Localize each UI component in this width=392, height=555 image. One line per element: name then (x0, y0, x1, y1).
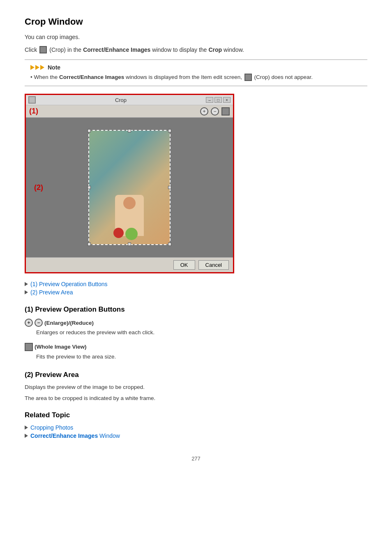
nav-link-item-1: (1) Preview Operation Buttons (25, 281, 367, 287)
section2-title: (2) Preview Area (25, 371, 367, 379)
arrow-icon-1 (25, 282, 28, 286)
crop-window: Crop – □ × (1) + − (2) (25, 94, 234, 273)
photo-preview (89, 131, 170, 244)
crop-window-title: Crop (36, 97, 206, 103)
crop-toolbar: (1) + − (26, 105, 233, 118)
preview-area-desc2: The area to be cropped is indicated by a… (25, 395, 367, 401)
label-2: (2) (34, 183, 43, 192)
handle-middle-left[interactable] (88, 186, 91, 189)
cancel-button[interactable]: Cancel (198, 260, 229, 270)
reduce-icon: − (35, 319, 43, 327)
handle-bottom-left[interactable] (88, 243, 91, 246)
cropping-photos-link[interactable]: Cropping Photos (30, 424, 73, 431)
enlarge-icon: + (25, 319, 33, 327)
close-button[interactable]: × (223, 97, 231, 103)
photo-green-fruit (125, 228, 138, 240)
click-line: Click (Crop) in the Correct/Enhance Imag… (25, 46, 367, 53)
click-suffix1: window to display the (152, 46, 207, 53)
crop-preview-area: (2) (26, 118, 233, 257)
window-buttons: – □ × (206, 97, 231, 103)
nav-links: (1) Preview Operation Buttons (2) Previe… (25, 281, 367, 296)
whole-image-label: (Whole Image View) (35, 344, 87, 350)
toolbar-icons: + − (200, 107, 230, 116)
page-number: 277 (25, 456, 367, 462)
related-link-2: Correct/Enhance Images Window (25, 432, 367, 439)
whole-image-row: (Whole Image View) (25, 343, 367, 351)
whole-image-button[interactable] (221, 107, 230, 116)
preview-area-desc1: Displays the preview of the image to be … (25, 384, 367, 390)
click-middle: (Crop) in the (49, 46, 81, 53)
handle-bottom-right[interactable] (168, 243, 171, 246)
arrow-icon-2 (25, 290, 28, 294)
enlarge-reduce-desc: Enlarges or reduces the preview with eac… (36, 328, 367, 337)
note-content: • When the Correct/Enhance Images window… (30, 73, 362, 81)
label-1: (1) (29, 107, 38, 116)
nav-link-preview-buttons[interactable]: (1) Preview Operation Buttons (30, 281, 108, 287)
crop-icon-note (244, 74, 252, 81)
crop-icon-inline (39, 46, 47, 53)
handle-bottom-middle[interactable] (128, 243, 131, 246)
crop-title-icon (28, 96, 36, 104)
handle-top-right[interactable] (168, 129, 171, 132)
crop-footer: OK Cancel (26, 257, 233, 272)
photo-apple (113, 228, 124, 238)
minimize-button[interactable]: – (206, 97, 213, 103)
handle-middle-right[interactable] (168, 186, 171, 189)
intro-text: You can crop images. (25, 34, 367, 40)
click-suffix2: window. (224, 46, 244, 53)
reduce-button[interactable]: − (211, 107, 219, 116)
enlarge-reduce-row: + − (Enlarge)/(Reduce) (25, 319, 367, 327)
enlarge-reduce-label: (Enlarge)/(Reduce) (44, 320, 94, 326)
whole-image-desc: Fits the preview to the area size. (36, 353, 367, 361)
arrow-icon-related-1 (25, 426, 28, 430)
nav-link-item-2: (2) Preview Area (25, 289, 367, 296)
section1-title: (1) Preview Operation Buttons (25, 305, 367, 314)
related-link-1: Cropping Photos (25, 424, 367, 431)
handle-top-middle[interactable] (128, 129, 131, 132)
correct-enhance-bold: Correct/Enhance Images (83, 46, 150, 53)
nav-link-preview-area[interactable]: (2) Preview Area (30, 289, 73, 296)
enlarge-button[interactable]: + (200, 107, 208, 116)
note-header: Note (30, 64, 362, 71)
crop-titlebar: Crop – □ × (26, 95, 233, 105)
note-box: Note • When the Correct/Enhance Images w… (25, 59, 367, 86)
whole-image-icon (25, 343, 33, 351)
related-topic: Related Topic Cropping Photos Correct/En… (25, 411, 367, 439)
crop-frame[interactable] (88, 130, 171, 245)
handle-top-left[interactable] (88, 129, 91, 132)
correct-enhance-link[interactable]: Correct/Enhance Images Window (30, 432, 120, 439)
ok-button[interactable]: OK (173, 260, 195, 270)
page-title: Crop Window (25, 16, 367, 27)
section-preview-area: (2) Preview Area Displays the preview of… (25, 371, 367, 401)
section-preview-op-buttons: (1) Preview Operation Buttons + − (Enlar… (25, 305, 367, 361)
click-prefix: Click (25, 46, 37, 53)
restore-button[interactable]: □ (214, 97, 222, 103)
photo-head (123, 197, 136, 209)
note-arrows-icon (30, 65, 45, 70)
crop-bold: Crop (208, 46, 222, 53)
note-label: Note (48, 64, 60, 71)
arrow-icon-related-2 (25, 434, 28, 438)
correct-enhance-link-bold: Correct/Enhance Images (30, 432, 98, 439)
related-title: Related Topic (25, 411, 367, 419)
